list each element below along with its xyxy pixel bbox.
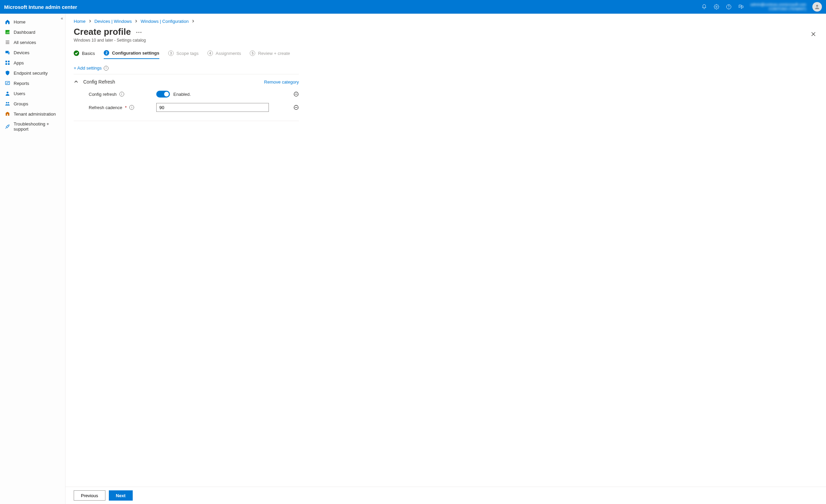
user-info[interactable]: admin@contoso.onmicrosoft.com CONTOSO (T…	[748, 2, 809, 11]
avatar[interactable]	[812, 2, 822, 12]
sidebar-item-devices[interactable]: Devices	[0, 47, 65, 58]
setting-label: Config refresh	[89, 92, 117, 97]
svg-point-3	[816, 5, 818, 7]
reports-icon	[5, 80, 10, 86]
step-configuration-settings[interactable]: 2 Configuration settings	[104, 50, 159, 59]
sidebar: « Home Dashboard All services Devices Ap…	[0, 14, 66, 504]
svg-point-14	[8, 102, 9, 103]
sidebar-item-home[interactable]: Home	[0, 17, 65, 27]
sidebar-item-reports[interactable]: Reports	[0, 78, 65, 88]
wizard-steps: Basics 2 Configuration settings 3 Scope …	[74, 50, 818, 59]
page-title: Create profile	[74, 27, 131, 37]
home-icon	[5, 19, 10, 25]
step-assignments[interactable]: 4 Assignments	[207, 50, 241, 59]
chevron-right-icon	[88, 19, 92, 24]
sidebar-item-label: Troubleshooting + support	[14, 121, 60, 132]
setting-label: Refresh cadence	[89, 105, 122, 110]
sidebar-item-apps[interactable]: Apps	[0, 58, 65, 68]
refresh-cadence-input[interactable]	[156, 103, 269, 112]
remove-setting-icon[interactable]	[293, 91, 299, 97]
chevron-right-icon	[191, 19, 195, 24]
breadcrumb-link[interactable]: Windows | Configuration	[141, 19, 189, 24]
remove-setting-icon[interactable]	[293, 105, 299, 110]
list-icon	[5, 40, 10, 45]
setting-row-config-refresh: Config refresh i Enabled.	[74, 88, 299, 100]
step-review-create[interactable]: 5 Review + create	[250, 50, 290, 59]
step-number: 3	[168, 50, 174, 56]
sidebar-collapse-icon[interactable]: «	[61, 16, 63, 21]
previous-button[interactable]: Previous	[74, 490, 105, 501]
more-actions-icon[interactable]: ⋯	[136, 28, 142, 36]
dashboard-icon	[5, 29, 10, 35]
sidebar-item-all-services[interactable]: All services	[0, 37, 65, 47]
svg-rect-15	[7, 114, 8, 116]
shield-icon	[5, 70, 10, 76]
sidebar-item-label: Endpoint security	[14, 71, 48, 76]
check-icon	[74, 50, 79, 56]
breadcrumb-link[interactable]: Home	[74, 19, 86, 24]
step-label: Configuration settings	[112, 50, 159, 56]
sidebar-item-groups[interactable]: Groups	[0, 99, 65, 109]
add-settings-link[interactable]: + Add settings i	[74, 65, 299, 71]
chevron-up-icon[interactable]	[74, 79, 78, 84]
tools-icon	[5, 124, 10, 129]
sidebar-item-tenant-administration[interactable]: Tenant administration	[0, 109, 65, 119]
svg-point-12	[6, 92, 8, 93]
svg-rect-7	[5, 61, 7, 62]
step-label: Review + create	[258, 51, 290, 56]
gear-icon[interactable]	[711, 1, 722, 12]
sidebar-item-label: Home	[14, 19, 26, 25]
info-icon[interactable]: i	[129, 105, 134, 110]
user-icon	[5, 91, 10, 96]
topbar: Microsoft Intune admin center admin@cont…	[0, 0, 826, 14]
apps-icon	[5, 60, 10, 65]
svg-rect-8	[8, 61, 10, 62]
required-asterisk: *	[125, 105, 127, 110]
sidebar-item-label: Dashboard	[14, 30, 35, 35]
close-icon[interactable]	[809, 30, 818, 40]
step-scope-tags[interactable]: 3 Scope tags	[168, 50, 199, 59]
toggle-value-label: Enabled.	[173, 92, 191, 97]
sidebar-item-dashboard[interactable]: Dashboard	[0, 27, 65, 37]
sidebar-item-label: Devices	[14, 50, 29, 55]
app-title: Microsoft Intune admin center	[4, 4, 77, 10]
main: Home Devices | Windows Windows | Configu…	[66, 14, 826, 504]
tenant-icon	[5, 111, 10, 117]
feedback-icon[interactable]	[736, 1, 747, 12]
remove-category-link[interactable]: Remove category	[264, 79, 299, 85]
step-number: 2	[104, 50, 109, 56]
breadcrumb-link[interactable]: Devices | Windows	[95, 19, 132, 24]
sidebar-item-label: Groups	[14, 101, 28, 106]
config-refresh-toggle[interactable]	[156, 91, 170, 98]
sidebar-item-label: Users	[14, 91, 25, 96]
help-icon[interactable]	[723, 1, 734, 12]
step-basics[interactable]: Basics	[74, 50, 95, 59]
wizard-footer: Previous Next	[66, 487, 826, 504]
notifications-icon[interactable]	[699, 1, 710, 12]
sidebar-item-label: Reports	[14, 81, 29, 86]
page-subtitle: Windows 10 and later - Settings catalog	[74, 38, 146, 43]
sidebar-item-label: All services	[14, 40, 36, 45]
sidebar-item-label: Apps	[14, 60, 24, 65]
svg-point-13	[6, 102, 7, 103]
step-label: Assignments	[216, 51, 241, 56]
svg-rect-9	[5, 63, 7, 65]
info-icon[interactable]: i	[104, 66, 108, 71]
info-icon[interactable]: i	[119, 92, 124, 97]
settings-category: Config Refresh Remove category Config re…	[74, 74, 299, 121]
step-number: 5	[250, 50, 255, 56]
step-label: Scope tags	[176, 51, 199, 56]
step-number: 4	[207, 50, 213, 56]
svg-point-0	[716, 6, 717, 8]
svg-rect-6	[8, 52, 10, 54]
step-label: Basics	[82, 51, 95, 56]
sidebar-item-endpoint-security[interactable]: Endpoint security	[0, 68, 65, 78]
next-button[interactable]: Next	[109, 490, 133, 501]
chevron-right-icon	[134, 19, 138, 24]
breadcrumb: Home Devices | Windows Windows | Configu…	[74, 19, 818, 24]
category-title: Config Refresh	[83, 79, 115, 85]
setting-row-refresh-cadence: Refresh cadence * i	[74, 100, 299, 115]
devices-icon	[5, 50, 10, 55]
sidebar-item-users[interactable]: Users	[0, 88, 65, 99]
sidebar-item-troubleshooting[interactable]: Troubleshooting + support	[0, 119, 65, 134]
